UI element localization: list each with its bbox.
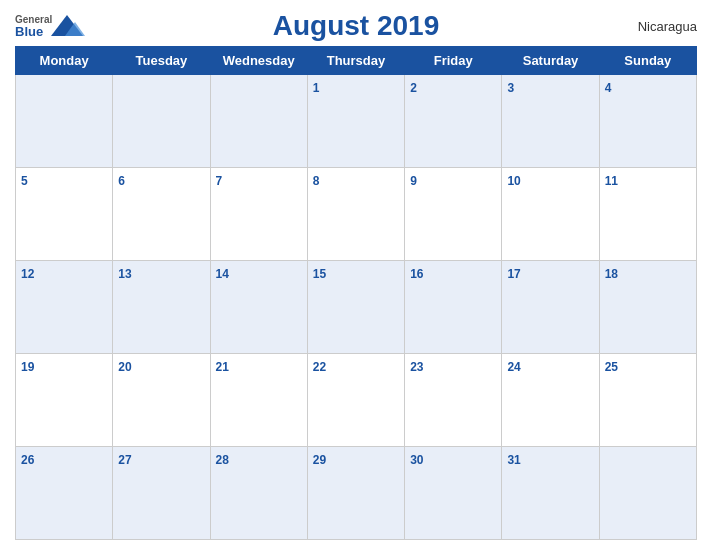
calendar-day-28: 28	[210, 447, 307, 540]
calendar-title-area: August 2019	[105, 10, 607, 42]
calendar-day-10: 10	[502, 168, 599, 261]
calendar-day-13: 13	[113, 261, 210, 354]
calendar-header: General Blue August 2019 Nicaragua	[15, 10, 697, 42]
day-number: 4	[605, 81, 612, 95]
calendar-week-row: 262728293031	[16, 447, 697, 540]
weekday-header-saturday: Saturday	[502, 47, 599, 75]
calendar-day-20: 20	[113, 354, 210, 447]
day-number: 11	[605, 174, 618, 188]
day-number: 5	[21, 174, 28, 188]
calendar-day-31: 31	[502, 447, 599, 540]
day-number: 3	[507, 81, 514, 95]
calendar-week-row: 1234	[16, 75, 697, 168]
day-number: 21	[216, 360, 229, 374]
weekday-header-monday: Monday	[16, 47, 113, 75]
calendar-day-4: 4	[599, 75, 696, 168]
country-label: Nicaragua	[607, 19, 697, 34]
calendar-day-empty	[16, 75, 113, 168]
calendar-day-empty	[113, 75, 210, 168]
calendar-day-12: 12	[16, 261, 113, 354]
day-number: 8	[313, 174, 320, 188]
day-number: 14	[216, 267, 229, 281]
calendar-day-27: 27	[113, 447, 210, 540]
day-number: 2	[410, 81, 417, 95]
calendar-day-7: 7	[210, 168, 307, 261]
calendar-day-25: 25	[599, 354, 696, 447]
calendar-week-row: 567891011	[16, 168, 697, 261]
calendar-day-empty	[210, 75, 307, 168]
day-number: 1	[313, 81, 320, 95]
weekday-header-wednesday: Wednesday	[210, 47, 307, 75]
day-number: 18	[605, 267, 618, 281]
day-number: 19	[21, 360, 34, 374]
day-number: 29	[313, 453, 326, 467]
weekday-header-row: MondayTuesdayWednesdayThursdayFridaySatu…	[16, 47, 697, 75]
day-number: 10	[507, 174, 520, 188]
day-number: 6	[118, 174, 125, 188]
day-number: 30	[410, 453, 423, 467]
calendar-day-26: 26	[16, 447, 113, 540]
calendar-week-row: 19202122232425	[16, 354, 697, 447]
day-number: 31	[507, 453, 520, 467]
day-number: 7	[216, 174, 223, 188]
calendar-day-3: 3	[502, 75, 599, 168]
day-number: 26	[21, 453, 34, 467]
calendar-day-16: 16	[405, 261, 502, 354]
day-number: 16	[410, 267, 423, 281]
day-number: 23	[410, 360, 423, 374]
calendar-week-row: 12131415161718	[16, 261, 697, 354]
day-number: 22	[313, 360, 326, 374]
calendar-day-9: 9	[405, 168, 502, 261]
calendar-day-8: 8	[307, 168, 404, 261]
day-number: 28	[216, 453, 229, 467]
calendar-day-empty	[599, 447, 696, 540]
svg-text:Blue: Blue	[15, 24, 43, 39]
calendar-day-24: 24	[502, 354, 599, 447]
calendar-table: MondayTuesdayWednesdayThursdayFridaySatu…	[15, 46, 697, 540]
calendar-day-30: 30	[405, 447, 502, 540]
logo: General Blue	[15, 10, 105, 42]
day-number: 25	[605, 360, 618, 374]
weekday-header-thursday: Thursday	[307, 47, 404, 75]
calendar-day-15: 15	[307, 261, 404, 354]
calendar-day-1: 1	[307, 75, 404, 168]
calendar-day-29: 29	[307, 447, 404, 540]
weekday-header-sunday: Sunday	[599, 47, 696, 75]
day-number: 27	[118, 453, 131, 467]
calendar-day-19: 19	[16, 354, 113, 447]
weekday-header-tuesday: Tuesday	[113, 47, 210, 75]
calendar-day-18: 18	[599, 261, 696, 354]
day-number: 12	[21, 267, 34, 281]
calendar-day-11: 11	[599, 168, 696, 261]
calendar-day-6: 6	[113, 168, 210, 261]
calendar-day-2: 2	[405, 75, 502, 168]
logo-svg: General Blue	[15, 10, 95, 42]
day-number: 13	[118, 267, 131, 281]
calendar-day-17: 17	[502, 261, 599, 354]
calendar-day-14: 14	[210, 261, 307, 354]
day-number: 20	[118, 360, 131, 374]
day-number: 9	[410, 174, 417, 188]
calendar-day-5: 5	[16, 168, 113, 261]
calendar-day-22: 22	[307, 354, 404, 447]
day-number: 15	[313, 267, 326, 281]
calendar-day-23: 23	[405, 354, 502, 447]
weekday-header-friday: Friday	[405, 47, 502, 75]
calendar-day-21: 21	[210, 354, 307, 447]
day-number: 17	[507, 267, 520, 281]
calendar-title: August 2019	[273, 10, 440, 41]
day-number: 24	[507, 360, 520, 374]
